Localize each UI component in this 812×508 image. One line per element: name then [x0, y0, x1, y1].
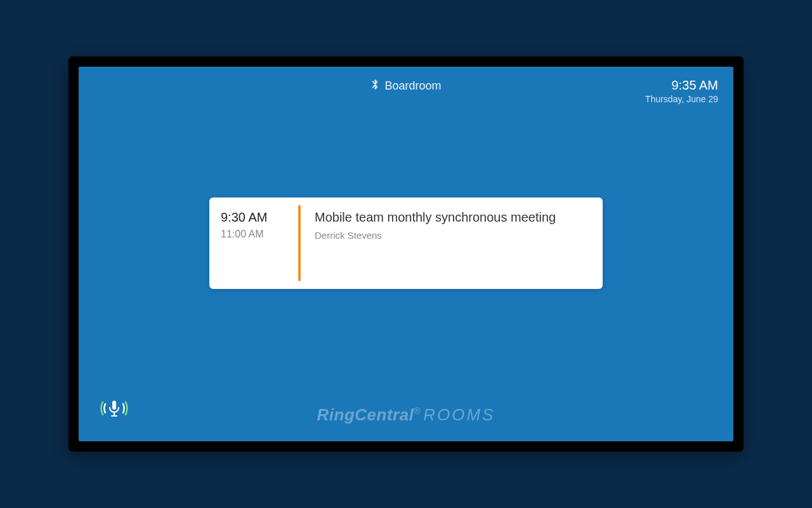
meeting-time-block: 9:30 AM 11:00 AM: [209, 197, 298, 289]
registered-mark: ®: [414, 406, 421, 416]
meeting-organizer: Derrick Stevens: [315, 230, 589, 241]
brand-name: RingCentral: [317, 405, 414, 424]
meeting-end-time: 11:00 AM: [221, 229, 287, 240]
meeting-card[interactable]: 9:30 AM 11:00 AM Mobile team monthly syn…: [209, 197, 603, 289]
top-bar: Boardroom 9:35 AM Thursday, June 29: [79, 78, 733, 104]
brand-logo: RingCentral®ROOMS: [317, 405, 495, 425]
room-name: Boardroom: [384, 79, 441, 93]
meeting-details: Mobile team monthly synchronous meeting …: [301, 197, 603, 289]
clock-time: 9:35 AM: [645, 78, 718, 93]
microphone-indicator[interactable]: [96, 391, 132, 426]
bluetooth-icon: [370, 78, 379, 94]
clock-area: 9:35 AM Thursday, June 29: [645, 78, 718, 104]
svg-rect-0: [112, 401, 116, 410]
meeting-start-time: 9:30 AM: [221, 210, 287, 225]
clock-date: Thursday, June 29: [645, 94, 718, 104]
brand-suffix: ROOMS: [423, 405, 495, 424]
room-display-screen: Boardroom 9:35 AM Thursday, June 29 9:30…: [79, 67, 733, 441]
meeting-title: Mobile team monthly synchronous meeting: [315, 210, 589, 225]
device-frame: Boardroom 9:35 AM Thursday, June 29 9:30…: [69, 57, 743, 451]
room-name-area: Boardroom: [370, 78, 441, 94]
